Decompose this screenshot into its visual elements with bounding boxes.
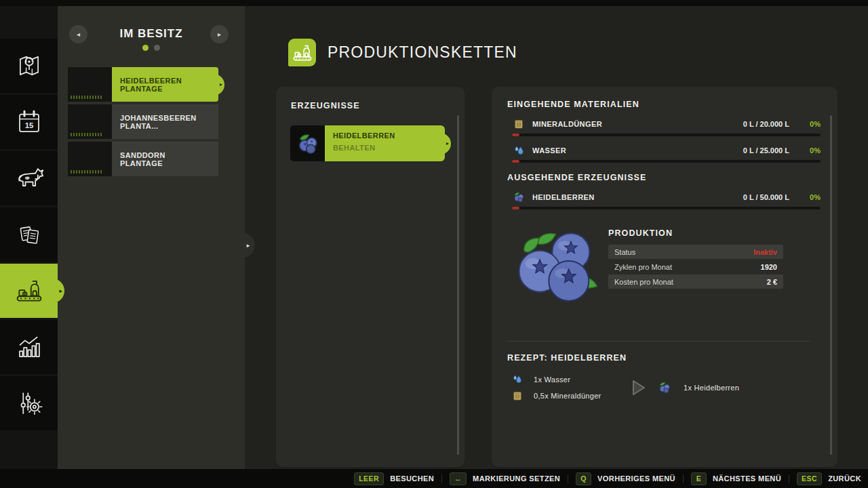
list-item-heidelbeeren-plantage[interactable]: HEIDELBEEREN PLANTAGE ▸ [68,67,218,102]
table-row-costs: Kosten pro Monat 2 € [608,274,783,289]
chevron-right-icon: ▸ [218,30,221,38]
list-item-johannesbeeren-plantage[interactable]: JOHANNESBEEREN PLANTA... [68,104,218,139]
blueberries-illustration [514,226,601,303]
row-label: Zyklen pro Monat [614,263,672,271]
production-title: PRODUKTION [608,228,783,238]
fertilizer-icon [511,390,524,401]
hint-markierung-setzen[interactable]: ↔ MARKIERUNG SETZEN [450,472,560,485]
fill-level-bar [512,160,821,163]
outputs-section-title: AUSGEHENDE ERZEUGNISSE [507,173,821,182]
production-chains-icon [288,39,316,66]
hint-label: ZURÜCK [828,474,861,483]
material-amount: 0 L / 20.000 L [743,120,789,128]
products-panel: ERZEUGNISSE HEIDELBERREN BEHALTEN [276,87,465,467]
material-percent: 0% [789,146,821,155]
table-row-status: Status Inaktiv [608,245,783,259]
calendar-icon: 15 [15,108,43,136]
map-icon [15,52,43,80]
pager-dot-active [142,45,149,51]
product-thumbnail [290,125,325,161]
fertilizer-icon [512,119,526,129]
top-strip [0,0,868,6]
products-panel-title: ERZEUGNISSE [291,101,360,110]
sidebar-item-statistics[interactable] [0,320,58,374]
input-row-wasser: WASSER 0 L / 25.000 L 0% [507,142,821,159]
svg-text:15: 15 [24,121,33,129]
blueberry-icon [512,191,526,203]
recipe-title: REZEPT: HEIDELBERREN [507,353,821,363]
production-table: PRODUKTION Status Inaktiv Zyklen pro Mon… [608,226,783,303]
selected-arrow-icon: ▸ [446,141,449,146]
owned-panel: ◂ IM BESITZ ▸ HEIDELBEEREN PLANTAGE ▸ JO… [58,0,245,488]
key-space: LEER [354,472,384,485]
main-menu-sidebar: 15 [0,0,58,488]
sliders-gear-icon [15,389,43,418]
details-content: EINGEHENDE MATERIALIEN MINERALDÜNGER 0 L… [507,100,821,404]
input-row-mineralduenger: MINERALDÜNGER 0 L / 20.000 L 0% [507,116,821,132]
hint-vorheriges-menu[interactable]: Q VORHERIGES MENÜ [576,472,675,485]
product-card-body: HEIDELBERREN BEHALTEN ▸ [325,125,445,161]
cow-icon [14,163,44,193]
material-amount: 0 L / 50.000 L [743,193,789,201]
sidebar-item-finances[interactable] [0,207,58,262]
bar-chart-icon [15,333,43,361]
produktionsketten-screen: 15 [0,0,868,488]
key-esc: ESC [797,472,822,485]
pager-dot [154,45,160,51]
thumbnail-watermark [71,170,102,174]
water-icon [511,374,524,385]
output-row-heidelberren: HEIDELBERREN 0 L / 50.000 L 0% [507,189,821,205]
row-value: 1920 [761,263,777,271]
selected-bump [439,133,451,155]
sidebar-item-settings[interactable] [0,376,58,430]
panel-collapse-handle[interactable]: ▸ [241,233,255,258]
recipe-diagram: 1x Wasser 0,5x Mineraldünger [507,371,821,404]
list-item-label: HEIDELBEEREN PLANTAGE [112,67,218,102]
hint-label: NÄCHSTES MENÜ [713,474,781,483]
page-title: PRODUKTIONSKETTEN [328,43,517,62]
sidebar-item-production[interactable]: ▸ [0,264,58,318]
hint-label: BESUCHEN [390,474,434,483]
plantation-thumbnail [68,142,112,176]
owned-list: HEIDELBEEREN PLANTAGE ▸ JOHANNESBEEREN P… [68,67,218,179]
selected-arrow-icon: ▸ [220,82,222,87]
production-details-panel: EINGEHENDE MATERIALIEN MINERALDÜNGER 0 L… [492,87,837,467]
key-e: E [691,472,707,485]
fill-level-bar [512,207,821,209]
key-tab-icon: ↔ [450,472,467,485]
documents-icon [15,220,43,249]
key-q: Q [576,472,591,485]
material-amount: 0 L / 25.000 L [743,146,789,155]
product-distribution-mode: BEHALTEN [333,144,437,152]
water-icon [512,145,526,157]
list-item-label: JOHANNESBEEREN PLANTA... [112,104,218,139]
fill-level-bar [512,134,821,136]
thumbnail-watermark [71,96,102,99]
material-name: HEIDELBERREN [532,193,743,201]
product-card-heidelberren[interactable]: HEIDELBERREN BEHALTEN ▸ [290,125,445,161]
details-scrollbar[interactable] [830,115,832,455]
chevron-right-icon: ▸ [247,242,250,249]
hint-besuchen[interactable]: LEER BESUCHEN [354,472,434,485]
active-tab-arrow-icon: ▸ [59,288,62,294]
hint-label: VORHERIGES MENÜ [597,474,675,483]
sidebar-item-animals[interactable] [0,151,58,205]
plantation-thumbnail [68,67,112,102]
production-summary: PRODUKTION Status Inaktiv Zyklen pro Mon… [507,226,821,303]
page-next-button[interactable]: ▸ [210,25,229,43]
sidebar-item-calendar[interactable]: 15 [0,95,58,149]
sidebar-item-map[interactable] [0,39,58,93]
recipe-arrow-icon [631,379,647,396]
hint-separator [789,474,789,483]
material-name: MINERALDÜNGER [532,120,743,128]
products-scrollbar[interactable] [457,115,459,455]
list-item-sanddorn-plantage[interactable]: SANDDORN PLANTAGE [68,142,218,176]
hint-naechstes-menu[interactable]: E NÄCHSTES MENÜ [691,472,781,485]
selected-bump [212,74,224,96]
row-label: Status [614,248,635,256]
plantation-thumbnail [68,104,112,139]
hint-zurueck[interactable]: ESC ZURÜCK [797,472,861,485]
material-percent: 0% [789,193,821,201]
product-name: HEIDELBERREN [333,131,437,140]
recipe-output-text: 1x Heidelberren [684,384,739,392]
